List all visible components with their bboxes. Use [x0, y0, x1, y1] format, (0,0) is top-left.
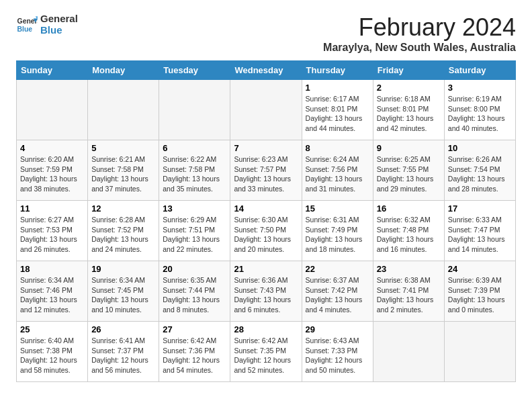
- day-number: 28: [234, 324, 298, 334]
- week-row-2: 11Sunrise: 6:27 AM Sunset: 7:53 PM Dayli…: [17, 201, 516, 261]
- logo-line1: General: [40, 13, 78, 25]
- calendar-cell: 9Sunrise: 6:25 AM Sunset: 7:55 PM Daylig…: [373, 140, 444, 201]
- calendar-cell: 16Sunrise: 6:32 AM Sunset: 7:48 PM Dayli…: [373, 201, 444, 261]
- day-number: 24: [448, 264, 512, 274]
- logo: General Blue General Blue: [16, 13, 78, 36]
- day-info: Sunrise: 6:41 AM Sunset: 7:37 PM Dayligh…: [91, 336, 155, 375]
- day-info: Sunrise: 6:40 AM Sunset: 7:38 PM Dayligh…: [20, 336, 84, 375]
- calendar-cell: 15Sunrise: 6:31 AM Sunset: 7:49 PM Dayli…: [302, 201, 373, 261]
- week-row-4: 25Sunrise: 6:40 AM Sunset: 7:38 PM Dayli…: [17, 322, 516, 382]
- logo-line2: Blue: [40, 25, 78, 36]
- calendar-cell: 28Sunrise: 6:42 AM Sunset: 7:35 PM Dayli…: [230, 322, 302, 382]
- day-number: 1: [306, 83, 369, 93]
- day-info: Sunrise: 6:39 AM Sunset: 7:39 PM Dayligh…: [448, 275, 512, 315]
- calendar-cell: 8Sunrise: 6:24 AM Sunset: 7:56 PM Daylig…: [302, 140, 373, 201]
- day-number: 22: [306, 264, 369, 274]
- calendar-cell: 17Sunrise: 6:33 AM Sunset: 7:47 PM Dayli…: [444, 201, 515, 261]
- day-info: Sunrise: 6:25 AM Sunset: 7:55 PM Dayligh…: [377, 154, 441, 194]
- day-info: Sunrise: 6:42 AM Sunset: 7:36 PM Dayligh…: [163, 336, 226, 375]
- calendar-cell: [230, 80, 302, 140]
- day-number: 18: [20, 264, 84, 274]
- day-info: Sunrise: 6:29 AM Sunset: 7:51 PM Dayligh…: [163, 215, 226, 255]
- day-number: 19: [91, 264, 155, 274]
- day-info: Sunrise: 6:23 AM Sunset: 7:57 PM Dayligh…: [234, 154, 298, 194]
- header-day-saturday: Saturday: [444, 61, 515, 80]
- page-header: General Blue General Blue February 2024 …: [16, 13, 516, 54]
- day-info: Sunrise: 6:43 AM Sunset: 7:33 PM Dayligh…: [306, 336, 369, 375]
- calendar-cell: 7Sunrise: 6:23 AM Sunset: 7:57 PM Daylig…: [230, 140, 302, 201]
- day-info: Sunrise: 6:31 AM Sunset: 7:49 PM Dayligh…: [306, 215, 369, 255]
- header-day-wednesday: Wednesday: [230, 61, 302, 80]
- day-info: Sunrise: 6:42 AM Sunset: 7:35 PM Dayligh…: [234, 336, 298, 375]
- calendar-cell: 18Sunrise: 6:34 AM Sunset: 7:46 PM Dayli…: [17, 261, 88, 322]
- calendar-cell: [159, 80, 230, 140]
- day-info: Sunrise: 6:34 AM Sunset: 7:45 PM Dayligh…: [91, 275, 155, 315]
- day-info: Sunrise: 6:33 AM Sunset: 7:47 PM Dayligh…: [448, 215, 512, 255]
- header-day-friday: Friday: [373, 61, 444, 80]
- day-number: 29: [306, 324, 369, 334]
- day-number: 6: [163, 143, 226, 153]
- day-info: Sunrise: 6:24 AM Sunset: 7:56 PM Dayligh…: [306, 154, 369, 194]
- calendar-cell: [17, 80, 88, 140]
- svg-text:Blue: Blue: [17, 25, 33, 32]
- day-number: 13: [163, 203, 226, 214]
- day-number: 26: [91, 324, 155, 334]
- sub-title: Maraylya, New South Wales, Australia: [323, 42, 516, 54]
- calendar-cell: 11Sunrise: 6:27 AM Sunset: 7:53 PM Dayli…: [17, 201, 88, 261]
- calendar-cell: [444, 322, 515, 382]
- day-info: Sunrise: 6:22 AM Sunset: 7:58 PM Dayligh…: [163, 154, 226, 194]
- week-row-1: 4Sunrise: 6:20 AM Sunset: 7:59 PM Daylig…: [17, 140, 516, 201]
- header-row: SundayMondayTuesdayWednesdayThursdayFrid…: [17, 61, 516, 80]
- calendar-cell: 14Sunrise: 6:30 AM Sunset: 7:50 PM Dayli…: [230, 201, 302, 261]
- logo-icon: General Blue: [16, 14, 38, 36]
- day-number: 5: [91, 143, 155, 153]
- calendar-cell: 1Sunrise: 6:17 AM Sunset: 8:01 PM Daylig…: [302, 80, 373, 140]
- day-info: Sunrise: 6:38 AM Sunset: 7:41 PM Dayligh…: [377, 275, 441, 315]
- calendar-cell: 13Sunrise: 6:29 AM Sunset: 7:51 PM Dayli…: [159, 201, 230, 261]
- calendar-cell: 19Sunrise: 6:34 AM Sunset: 7:45 PM Dayli…: [88, 261, 159, 322]
- calendar-cell: 23Sunrise: 6:38 AM Sunset: 7:41 PM Dayli…: [373, 261, 444, 322]
- title-block: February 2024 Maraylya, New South Wales,…: [323, 13, 516, 54]
- day-info: Sunrise: 6:36 AM Sunset: 7:43 PM Dayligh…: [234, 275, 298, 315]
- day-number: 12: [91, 203, 155, 214]
- day-number: 17: [448, 203, 512, 214]
- header-day-sunday: Sunday: [17, 61, 88, 80]
- day-info: Sunrise: 6:18 AM Sunset: 8:01 PM Dayligh…: [377, 94, 441, 134]
- day-number: 21: [234, 264, 298, 274]
- day-info: Sunrise: 6:27 AM Sunset: 7:53 PM Dayligh…: [20, 215, 84, 255]
- calendar-cell: 21Sunrise: 6:36 AM Sunset: 7:43 PM Dayli…: [230, 261, 302, 322]
- calendar-cell: 4Sunrise: 6:20 AM Sunset: 7:59 PM Daylig…: [17, 140, 88, 201]
- header-day-thursday: Thursday: [302, 61, 373, 80]
- calendar-cell: 3Sunrise: 6:19 AM Sunset: 8:00 PM Daylig…: [444, 80, 515, 140]
- day-number: 7: [234, 143, 298, 153]
- calendar-cell: 10Sunrise: 6:26 AM Sunset: 7:54 PM Dayli…: [444, 140, 515, 201]
- day-number: 15: [306, 203, 369, 214]
- calendar-body: 1Sunrise: 6:17 AM Sunset: 8:01 PM Daylig…: [17, 80, 516, 382]
- day-number: 4: [20, 143, 84, 153]
- day-number: 16: [377, 203, 441, 214]
- calendar-cell: 5Sunrise: 6:21 AM Sunset: 7:58 PM Daylig…: [88, 140, 159, 201]
- header-day-monday: Monday: [88, 61, 159, 80]
- calendar-cell: 12Sunrise: 6:28 AM Sunset: 7:52 PM Dayli…: [88, 201, 159, 261]
- day-number: 20: [163, 264, 226, 274]
- day-info: Sunrise: 6:30 AM Sunset: 7:50 PM Dayligh…: [234, 215, 298, 255]
- day-number: 23: [377, 264, 441, 274]
- calendar-cell: [373, 322, 444, 382]
- calendar-cell: [88, 80, 159, 140]
- day-number: 3: [448, 83, 512, 93]
- day-number: 9: [377, 143, 441, 153]
- calendar-cell: 27Sunrise: 6:42 AM Sunset: 7:36 PM Dayli…: [159, 322, 230, 382]
- day-number: 14: [234, 203, 298, 214]
- header-day-tuesday: Tuesday: [159, 61, 230, 80]
- calendar-cell: 20Sunrise: 6:35 AM Sunset: 7:44 PM Dayli…: [159, 261, 230, 322]
- day-number: 11: [20, 203, 84, 214]
- day-info: Sunrise: 6:17 AM Sunset: 8:01 PM Dayligh…: [306, 94, 369, 134]
- day-info: Sunrise: 6:37 AM Sunset: 7:42 PM Dayligh…: [306, 275, 369, 315]
- calendar-table: SundayMondayTuesdayWednesdayThursdayFrid…: [16, 60, 516, 382]
- day-info: Sunrise: 6:35 AM Sunset: 7:44 PM Dayligh…: [163, 275, 226, 315]
- calendar-cell: 22Sunrise: 6:37 AM Sunset: 7:42 PM Dayli…: [302, 261, 373, 322]
- calendar-cell: 2Sunrise: 6:18 AM Sunset: 8:01 PM Daylig…: [373, 80, 444, 140]
- day-info: Sunrise: 6:20 AM Sunset: 7:59 PM Dayligh…: [20, 154, 84, 194]
- calendar-cell: 6Sunrise: 6:22 AM Sunset: 7:58 PM Daylig…: [159, 140, 230, 201]
- day-number: 27: [163, 324, 226, 334]
